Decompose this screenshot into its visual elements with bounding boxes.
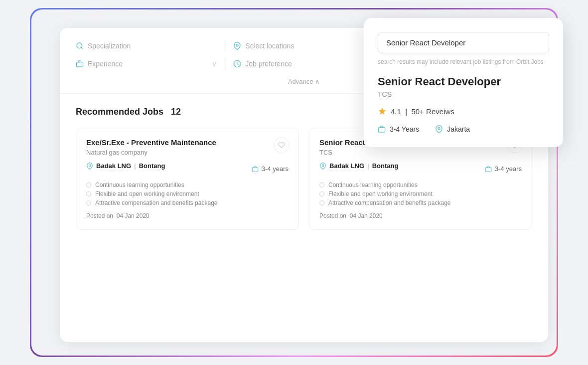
popup-location-icon — [435, 125, 443, 133]
job-2-feature-1: Continuous learning opportunities — [319, 182, 522, 188]
star-icon: ★ — [378, 105, 387, 117]
rating-value: 4.1 | 50+ Reveiws — [391, 107, 454, 116]
divider-1 — [225, 40, 225, 52]
briefcase-icon — [76, 60, 84, 68]
clock-icon — [233, 60, 241, 68]
specialization-label: Specialization — [88, 42, 131, 50]
job-2-exp: 3-4 years — [495, 165, 522, 173]
search-icon — [76, 42, 84, 50]
job-2-loc2: Bontang — [372, 162, 399, 170]
jobs-title-area: Recommended Jobs 12 — [76, 107, 181, 117]
popup-company: TCS — [378, 90, 549, 98]
jobs-count: 12 — [171, 107, 181, 117]
divider-3 — [225, 58, 225, 70]
feature-circle — [319, 191, 324, 196]
job-card-2-meta: Badak LNG | Bontang 3-4 years — [319, 162, 522, 176]
job-2-posted: Posted on 04 Jan 2020 — [319, 212, 522, 219]
job-card-2-features: Continuous learning opportunities Flexib… — [319, 182, 522, 206]
popup-rating: ★ 4.1 | 50+ Reveiws — [378, 105, 549, 117]
briefcase-exp-icon — [252, 166, 259, 173]
job-2-feature-2: Flexible and open working environment — [319, 190, 522, 197]
experience-filter[interactable]: Experience ∨ — [76, 60, 217, 68]
advance-label: Advance ∧ — [288, 78, 320, 85]
job-1-posted-date: 04 Jan 2020 — [117, 212, 149, 219]
job-1-feature-2-text: Flexible and open working environment — [95, 190, 199, 197]
popup-search-input[interactable] — [378, 32, 549, 53]
job-2-posted-date: 04 Jan 2020 — [350, 212, 383, 219]
job-1-posted: Posted on 04 Jan 2020 — [86, 212, 289, 219]
svg-rect-7 — [485, 168, 491, 172]
feature-circle — [319, 200, 324, 205]
popup-briefcase-icon — [378, 125, 386, 133]
job-1-save-button[interactable] — [274, 137, 290, 153]
job-2-feature-1-text: Continuous learning opportunities — [328, 182, 418, 188]
svg-rect-8 — [378, 128, 385, 132]
job-1-feature-3-text: Attractive compensation and benefits pac… — [95, 199, 217, 206]
job-1-posted-label: Posted on — [86, 212, 113, 219]
svg-point-4 — [89, 165, 91, 167]
job-1-loc1: Badak LNG — [96, 162, 131, 170]
feature-circle — [86, 191, 91, 196]
popup-card: search results may include relevant job … — [364, 18, 563, 147]
job-1-feature-1: Continuous learning opportunities — [86, 182, 289, 188]
job-card-1: Exe/Sr.Exe - Preventive Maintenance Natu… — [76, 128, 299, 230]
svg-point-6 — [322, 165, 324, 167]
job-1-exp: 3-4 years — [262, 165, 289, 173]
location-filter[interactable]: Select locations ∨ — [233, 42, 374, 50]
job-2-loc1: Badak LNG — [329, 162, 364, 170]
briefcase-exp-icon-2 — [485, 166, 492, 173]
job-1-feature-3: Attractive compensation and benefits pac… — [86, 199, 289, 206]
location-pin-icon — [86, 163, 93, 170]
job-card-2-company: TCS — [319, 149, 522, 156]
job-card-2-exp: 3-4 years — [485, 165, 522, 173]
popup-experience: 3-4 Years — [378, 125, 419, 133]
sep-2: | — [367, 162, 369, 170]
job-1-loc2: Bontang — [139, 162, 165, 170]
job-2-feature-3: Attractive compensation and benefits pac… — [319, 199, 522, 206]
specialization-filter[interactable]: Specialization — [76, 42, 217, 50]
job-2-feature-3-text: Attractive compensation and benefits pac… — [328, 199, 450, 206]
svg-point-0 — [77, 43, 82, 48]
job-preference-label: Job preference — [245, 60, 292, 68]
location-label: Select locations — [245, 42, 294, 50]
popup-search-hint: search results may include relevant job … — [378, 58, 549, 65]
job-card-1-features: Continuous learning opportunities Flexib… — [86, 182, 289, 206]
popup-job-title: Senior React Developer — [378, 75, 549, 88]
popup-location-text: Jakarta — [447, 125, 470, 133]
job-2-posted-label: Posted on — [319, 212, 346, 219]
job-card-1-location: Badak LNG | Bontang — [86, 162, 165, 170]
sep-1: | — [134, 162, 136, 170]
experience-label: Experience — [88, 60, 123, 68]
job-preference-filter[interactable]: Job preference ∨ — [233, 60, 374, 68]
feature-circle — [319, 182, 324, 187]
location-icon — [233, 42, 241, 50]
popup-location: Jakarta — [435, 125, 470, 133]
popup-details: 3-4 Years Jakarta — [378, 125, 549, 133]
svg-point-9 — [438, 128, 440, 130]
rating-reviews: 50+ Reveiws — [411, 107, 454, 116]
location-pin-icon-2 — [319, 163, 326, 170]
rating-number: 4.1 — [391, 107, 401, 116]
svg-rect-2 — [76, 62, 83, 67]
svg-point-1 — [236, 44, 238, 46]
job-2-feature-2-text: Flexible and open working environment — [328, 190, 433, 197]
job-1-feature-1-text: Continuous learning opportunities — [95, 182, 184, 188]
feature-circle — [86, 200, 91, 205]
job-card-1-title: Exe/Sr.Exe - Preventive Maintenance — [86, 138, 289, 147]
popup-exp-text: 3-4 Years — [390, 125, 419, 133]
experience-chevron: ∨ — [212, 60, 217, 68]
job-1-feature-2: Flexible and open working environment — [86, 190, 289, 197]
recommended-jobs-text: Recommended Jobs — [76, 107, 163, 117]
job-card-1-exp: 3-4 years — [252, 165, 289, 173]
svg-rect-5 — [252, 168, 258, 172]
job-card-1-company: Natural gas company — [86, 149, 289, 156]
heart-icon — [278, 142, 285, 149]
jobs-title: Recommended Jobs 12 — [76, 107, 181, 117]
feature-circle — [86, 182, 91, 187]
job-card-1-meta: Badak LNG | Bontang 3-4 years — [86, 162, 289, 176]
job-card-2-location: Badak LNG | Bontang — [319, 162, 398, 170]
